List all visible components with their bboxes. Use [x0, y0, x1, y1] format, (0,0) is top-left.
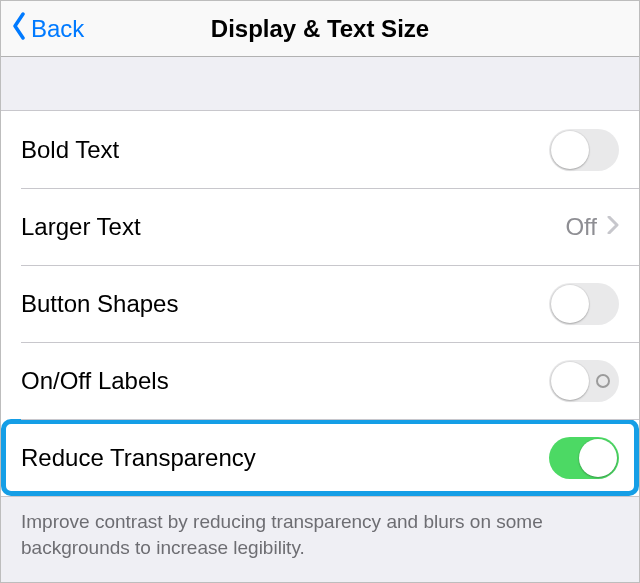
- reduce-transparency-toggle[interactable]: [549, 437, 619, 479]
- settings-screen: Back Display & Text Size Bold Text Large…: [0, 0, 640, 583]
- off-indicator-icon: [596, 374, 610, 388]
- row-label: Larger Text: [21, 213, 565, 241]
- settings-list: Bold Text Larger Text Off Button Shapes …: [1, 111, 639, 496]
- chevron-left-icon: [11, 12, 31, 46]
- back-button[interactable]: Back: [1, 12, 84, 46]
- button-shapes-toggle[interactable]: [549, 283, 619, 325]
- row-button-shapes: Button Shapes: [1, 265, 639, 342]
- section-spacer: [1, 57, 639, 111]
- row-reduce-transparency: Reduce Transparency: [1, 419, 639, 496]
- back-label: Back: [31, 15, 84, 43]
- navigation-bar: Back Display & Text Size: [1, 1, 639, 57]
- toggle-knob: [579, 439, 617, 477]
- row-label: Bold Text: [21, 136, 549, 164]
- toggle-knob: [551, 285, 589, 323]
- row-onoff-labels: On/Off Labels: [1, 342, 639, 419]
- row-label: Reduce Transparency: [21, 444, 549, 472]
- toggle-knob: [551, 362, 589, 400]
- onoff-labels-toggle[interactable]: [549, 360, 619, 402]
- row-larger-text[interactable]: Larger Text Off: [1, 188, 639, 265]
- toggle-knob: [551, 131, 589, 169]
- chevron-right-icon: [607, 216, 619, 238]
- row-value: Off: [565, 213, 597, 241]
- row-bold-text: Bold Text: [1, 111, 639, 188]
- footer-description: Improve contrast by reducing transparenc…: [1, 497, 639, 560]
- row-label: On/Off Labels: [21, 367, 549, 395]
- bold-text-toggle[interactable]: [549, 129, 619, 171]
- row-label: Button Shapes: [21, 290, 549, 318]
- page-title: Display & Text Size: [1, 15, 639, 43]
